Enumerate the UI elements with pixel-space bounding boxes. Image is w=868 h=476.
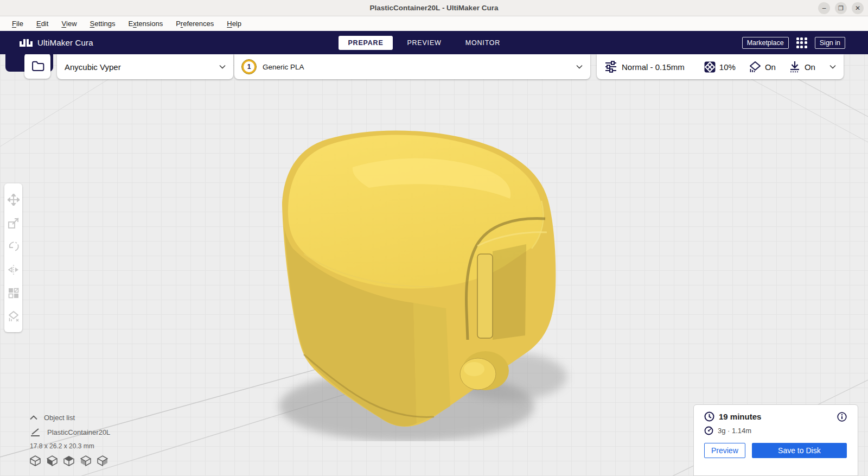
- object-list-toggle[interactable]: Object list: [30, 414, 110, 422]
- object-list-header: Object list: [44, 414, 75, 422]
- preview-button[interactable]: Preview: [704, 443, 745, 458]
- stage-menu: PREPARE PREVIEW MONITOR: [339, 35, 510, 50]
- tab-preview[interactable]: PREVIEW: [397, 36, 451, 50]
- menu-item-edit[interactable]: Edit: [30, 16, 55, 31]
- per-model-settings-icon: [8, 287, 20, 299]
- support-blocker-button[interactable]: [7, 310, 20, 323]
- window-titlebar[interactable]: PlasticContainer20L - UltiMaker Cura – ❐…: [0, 0, 868, 16]
- camera-view-buttons: [30, 455, 110, 466]
- extruder-number: 1: [247, 63, 251, 71]
- sign-in-button[interactable]: Sign in: [815, 37, 845, 49]
- minimize-icon: –: [822, 4, 826, 12]
- profile-name: Normal - 0.15mm: [622, 62, 685, 72]
- model-plasticcontainer20l[interactable]: [271, 124, 575, 441]
- clock-icon: [704, 411, 714, 422]
- ultimaker-logo-icon: [19, 38, 33, 48]
- adhesion-summary: On: [789, 61, 815, 73]
- tab-monitor[interactable]: MONITOR: [456, 36, 510, 50]
- menu-bar: FileEditViewSettingsExtensionsPreference…: [0, 16, 868, 31]
- adhesion-icon: [789, 61, 801, 73]
- material-name: Generic PLA: [263, 63, 576, 71]
- print-time-estimate: 19 minutes: [719, 412, 833, 421]
- mirror-tool-button[interactable]: [7, 263, 20, 276]
- spool-icon: [704, 426, 713, 435]
- brand-name: UltiMaker Cura: [37, 38, 93, 47]
- mirror-icon: [8, 264, 20, 276]
- tab-prepare[interactable]: PREPARE: [339, 36, 393, 50]
- scale-icon: [8, 217, 20, 229]
- object-list-panel: Object list PlasticContainer20L 17.8 x 2…: [30, 414, 110, 466]
- rotate-icon: [8, 240, 20, 252]
- menu-item-extensions[interactable]: Extensions: [122, 16, 170, 31]
- chevron-down-icon: [576, 65, 583, 69]
- menu-item-view[interactable]: View: [55, 16, 83, 31]
- view-right-icon[interactable]: [97, 455, 108, 466]
- scale-tool-button[interactable]: [7, 217, 20, 230]
- print-action-panel: 19 minutes 3g · 1.14m Preview Save to Di…: [693, 404, 858, 476]
- object-name: PlasticContainer20L: [47, 428, 110, 436]
- menu-item-file[interactable]: File: [5, 16, 30, 31]
- object-list-item[interactable]: PlasticContainer20L: [30, 428, 110, 436]
- menu-item-help[interactable]: Help: [220, 16, 248, 31]
- object-icon: [30, 428, 41, 436]
- minimize-button[interactable]: –: [818, 2, 830, 14]
- extruder-badge: 1: [242, 60, 256, 74]
- open-file-button[interactable]: [24, 53, 50, 79]
- app-header: UltiMaker Cura PREPARE PREVIEW MONITOR M…: [0, 31, 868, 54]
- chevron-up-icon: [30, 415, 37, 420]
- view-top-icon[interactable]: [63, 455, 74, 466]
- maximize-icon: ❐: [838, 5, 844, 12]
- adhesion-value: On: [805, 62, 815, 72]
- chevron-down-icon: [829, 65, 836, 69]
- print-settings-selector[interactable]: Normal - 0.15mm 10% On: [597, 54, 844, 79]
- infill-icon: [704, 61, 716, 73]
- infill-summary: 10%: [704, 61, 736, 73]
- model-render: [271, 124, 575, 441]
- support-blocker-icon: [8, 310, 20, 322]
- view-left-icon[interactable]: [80, 455, 91, 466]
- close-icon: ✕: [855, 4, 860, 12]
- save-to-disk-button[interactable]: Save to Disk: [752, 443, 847, 458]
- move-tool-button[interactable]: [7, 193, 20, 206]
- per-model-settings-button[interactable]: [7, 287, 20, 300]
- support-value: On: [765, 62, 776, 72]
- infill-value: 10%: [719, 62, 736, 72]
- chevron-down-icon: [219, 65, 226, 69]
- view-front-icon[interactable]: [47, 455, 58, 466]
- view-3d-icon[interactable]: [30, 455, 41, 466]
- window-title: PlasticContainer20L - UltiMaker Cura: [370, 4, 499, 12]
- material-usage-estimate: 3g · 1.14m: [718, 427, 751, 435]
- menu-item-preferences[interactable]: Preferences: [169, 16, 220, 31]
- object-dimensions: 17.8 x 26.2 x 20.3 mm: [30, 442, 110, 450]
- brand: UltiMaker Cura: [19, 31, 93, 54]
- apps-grid-icon[interactable]: [796, 37, 807, 48]
- maximize-button[interactable]: ❐: [835, 2, 847, 14]
- support-icon: [749, 61, 761, 73]
- menu-item-settings[interactable]: Settings: [84, 16, 122, 31]
- sliders-icon: [604, 61, 617, 73]
- material-selector[interactable]: 1 Generic PLA: [234, 54, 590, 79]
- printer-selector[interactable]: Anycubic Vyper: [57, 54, 233, 79]
- support-summary: On: [749, 61, 776, 73]
- close-button[interactable]: ✕: [852, 2, 864, 14]
- folder-icon: [30, 59, 44, 73]
- printer-name: Anycubic Vyper: [65, 62, 219, 72]
- rotate-tool-button[interactable]: [7, 240, 20, 253]
- tool-column: [4, 183, 22, 332]
- info-icon[interactable]: [837, 412, 847, 422]
- move-icon: [8, 194, 20, 206]
- marketplace-button[interactable]: Marketplace: [742, 37, 789, 49]
